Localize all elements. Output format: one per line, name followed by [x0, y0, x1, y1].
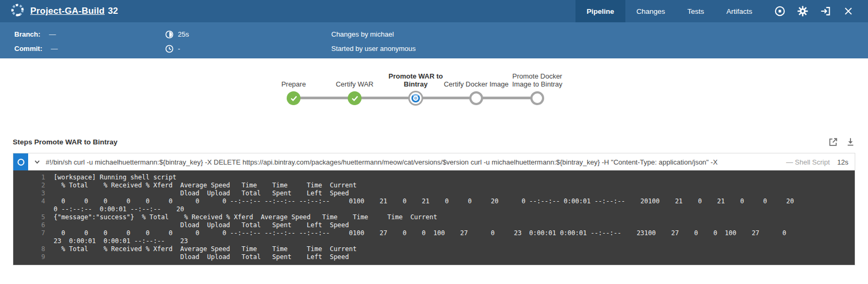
- build-title-link[interactable]: Project-GA-Build: [30, 6, 105, 16]
- step-type-label: — Shell Script: [786, 158, 830, 166]
- build-running-spinner-icon: [11, 3, 24, 19]
- duration-icon: [165, 30, 174, 39]
- console-line: 7 0 0 0 0 0 0 0 0 --:--:-- --:--:-- --:-…: [13, 229, 855, 237]
- success-check-icon: [287, 91, 300, 105]
- close-icon[interactable]: [839, 2, 857, 20]
- line-text: 0 --:--:-- 0:00:01 --:--:-- 20: [45, 205, 184, 213]
- line-number[interactable]: 1: [13, 174, 45, 182]
- line-text: Dload Upload Total Spent Left Speed: [45, 253, 349, 261]
- open-log-new-window-icon[interactable]: [828, 137, 838, 147]
- console-line-continuation: 23 0:00:01 0:00:01 --:--:-- 23: [13, 237, 855, 245]
- console-body: 1[workspace] Running shell script2 % Tot…: [13, 170, 855, 265]
- pipeline-graph: PrepareCertify WARPromote WAR to Bintray…: [0, 58, 868, 133]
- console-line: 2 % Total % Received % Xferd Average Spe…: [13, 182, 855, 190]
- stage-node-certify-docker-image[interactable]: [469, 91, 483, 105]
- line-text: Dload Upload Total Spent Left Speed: [45, 221, 349, 229]
- stop-build-icon[interactable]: [771, 2, 789, 20]
- header-actions: [763, 0, 868, 22]
- page-title: Project-GA-Build32: [30, 6, 118, 16]
- changes-text: Changes by michael: [331, 30, 394, 38]
- steps-header-row: Steps Promote WAR to Bintray: [13, 135, 855, 149]
- console-line: 3 Dload Upload Total Spent Left Speed: [13, 190, 855, 197]
- steps-heading: Steps Promote WAR to Bintray: [13, 138, 117, 146]
- commit-label: Commit:: [14, 45, 42, 53]
- console-line: 9 Dload Upload Total Spent Left Speed: [13, 253, 855, 261]
- line-number: [13, 205, 45, 213]
- step-duration: 12s: [837, 158, 848, 166]
- run-meta-bar: Branch: — Commit: — 25s -: [0, 22, 868, 58]
- running-spinner-icon: [408, 91, 423, 106]
- stage-node-certify-war[interactable]: [348, 91, 362, 105]
- stage-label-certify-docker-image: Certify Docker Image: [443, 80, 509, 88]
- stage-node-prepare[interactable]: [287, 91, 300, 105]
- stage-node-promote-docker-image-to-bintray[interactable]: [530, 91, 544, 105]
- pending-circle-icon: [469, 91, 483, 105]
- console-line: 1[workspace] Running shell script: [13, 174, 855, 182]
- build-number: 32: [108, 6, 118, 16]
- stage-node-promote-war-to-bintray[interactable]: [409, 91, 423, 106]
- step-running-icon: [18, 159, 24, 166]
- stage-label-promote-docker-image-to-bintray: Promote Docker Image to Bintray: [504, 72, 570, 88]
- line-text: {"message":"success"} % Total % Received…: [45, 213, 437, 221]
- line-number[interactable]: 4: [13, 197, 45, 205]
- line-number[interactable]: 5: [13, 213, 45, 221]
- line-number[interactable]: 9: [13, 253, 45, 261]
- stage-label-promote-war-to-bintray: Promote WAR to Bintray: [383, 72, 449, 88]
- line-number[interactable]: 8: [13, 245, 45, 253]
- console-line-continuation: 0 --:--:-- 0:00:01 --:--:-- 20: [13, 205, 855, 213]
- tab-artifacts[interactable]: Artifacts: [715, 0, 763, 22]
- pending-circle-icon: [530, 91, 544, 105]
- step-status-strip: [13, 153, 28, 170]
- line-text: % Total % Received % Xferd Average Speed…: [45, 245, 357, 253]
- duration-value: 25s: [178, 30, 189, 38]
- stage-label-prepare: Prepare: [261, 80, 326, 88]
- branch-value: —: [49, 30, 56, 38]
- app-header: Project-GA-Build32 PipelineChangesTestsA…: [0, 0, 868, 22]
- started-by-text: Started by user anonymous: [331, 45, 416, 53]
- download-log-icon[interactable]: [846, 137, 855, 147]
- step-header[interactable]: #!/bin/sh curl -u michaelhuettermann:${b…: [13, 153, 855, 170]
- branch-label: Branch:: [14, 30, 40, 38]
- console-line: 8 % Total % Received % Xferd Average Spe…: [13, 245, 855, 253]
- tab-tests[interactable]: Tests: [676, 0, 716, 22]
- line-number[interactable]: 7: [13, 229, 45, 237]
- console-line: 6 Dload Upload Total Spent Left Speed: [13, 221, 855, 229]
- clock-icon: [165, 45, 174, 53]
- console-line: 4 0 0 0 0 0 0 0 0 --:--:-- --:--:-- --:-…: [13, 197, 855, 205]
- line-text: Dload Upload Total Spent Left Speed: [45, 190, 349, 197]
- step-title: #!/bin/sh curl -u michaelhuettermann:${b…: [46, 158, 786, 166]
- success-check-icon: [348, 91, 362, 105]
- line-text: 0 0 0 0 0 0 0 0 --:--:-- --:--:-- --:--:…: [45, 197, 794, 205]
- start-time-value: -: [178, 45, 180, 53]
- line-number[interactable]: 3: [13, 190, 45, 197]
- line-number: [13, 237, 45, 245]
- chevron-down-icon[interactable]: [34, 159, 40, 165]
- header-tabs: PipelineChangesTestsArtifacts: [575, 0, 763, 22]
- tab-changes[interactable]: Changes: [625, 0, 676, 22]
- line-text: % Total % Received % Xferd Average Speed…: [45, 182, 357, 190]
- line-text: 23 0:00:01 0:00:01 --:--:-- 23: [45, 237, 188, 245]
- commit-value: —: [51, 45, 58, 53]
- console-line: 5{"message":"success"} % Total % Receive…: [13, 213, 855, 221]
- settings-gear-icon[interactable]: [794, 2, 812, 20]
- line-text: [workspace] Running shell script: [45, 174, 176, 182]
- line-text: 0 0 0 0 0 0 0 0 --:--:-- --:--:-- --:--:…: [45, 229, 786, 237]
- exit-to-classic-icon[interactable]: [817, 2, 835, 20]
- tab-pipeline[interactable]: Pipeline: [575, 0, 625, 22]
- step-card: #!/bin/sh curl -u michaelhuettermann:${b…: [13, 153, 855, 265]
- stage-label-certify-war: Certify WAR: [322, 80, 388, 88]
- line-number[interactable]: 6: [13, 221, 45, 229]
- line-number[interactable]: 2: [13, 182, 45, 190]
- build-brand: Project-GA-Build32: [0, 0, 575, 22]
